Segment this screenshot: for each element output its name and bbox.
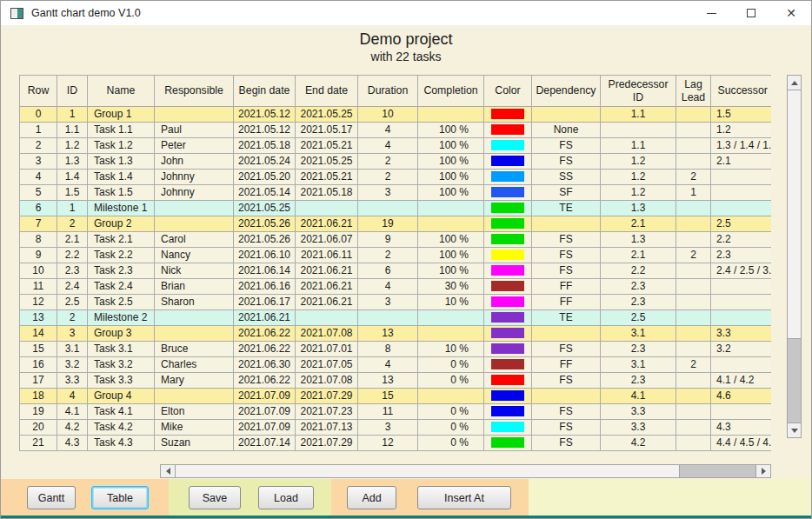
cell-successor[interactable] <box>711 170 772 185</box>
cell-completion[interactable]: 10 % <box>418 342 484 357</box>
cell-predecessor[interactable]: 1.2 <box>601 170 676 185</box>
cell-end[interactable]: 2021.07.29 <box>296 389 358 404</box>
cell-end[interactable]: 2021.06.21 <box>296 216 358 232</box>
cell-row[interactable]: 12 <box>20 295 57 310</box>
cell-color[interactable] <box>484 185 532 201</box>
cell-successor[interactable]: 2.2 <box>711 232 772 248</box>
cell-begin[interactable]: 2021.06.22 <box>234 342 296 357</box>
cell-successor[interactable]: 3.3 <box>711 326 772 342</box>
cell-predecessor[interactable]: 3.3 <box>601 404 676 420</box>
cell-predecessor[interactable]: 2.5 <box>601 310 676 326</box>
cell-color[interactable] <box>484 263 532 279</box>
cell-color[interactable] <box>484 436 532 451</box>
cell-end[interactable]: 2021.05.21 <box>296 170 358 185</box>
cell-lag[interactable]: 1 <box>676 185 711 201</box>
cell-successor[interactable] <box>711 295 772 310</box>
cell-responsible[interactable]: Paul <box>155 123 234 138</box>
cell-begin[interactable]: 2021.06.22 <box>234 373 296 389</box>
cell-lag[interactable] <box>676 138 711 154</box>
cell-color[interactable] <box>484 279 532 295</box>
table-row[interactable]: 143Group 32021.06.222021.07.08133.13.3 <box>20 326 772 342</box>
cell-id[interactable]: 1.2 <box>57 138 88 154</box>
cell-dependency[interactable]: None <box>532 123 601 138</box>
cell-name[interactable]: Task 3.3 <box>88 373 155 389</box>
table-row[interactable]: 173.3Task 3.3Mary2021.06.222021.07.08130… <box>20 373 772 389</box>
cell-row[interactable]: 16 <box>20 357 57 373</box>
cell-duration[interactable]: 3 <box>358 185 418 201</box>
cell-name[interactable]: Task 2.2 <box>88 248 155 263</box>
cell-name[interactable]: Task 4.2 <box>88 420 155 436</box>
cell-completion[interactable] <box>418 107 484 123</box>
cell-name[interactable]: Task 2.1 <box>88 232 155 248</box>
cell-name[interactable]: Task 1.4 <box>88 170 155 185</box>
cell-duration[interactable]: 15 <box>358 389 418 404</box>
cell-end[interactable]: 2021.05.21 <box>296 138 358 154</box>
cell-responsible[interactable]: Mike <box>155 420 234 436</box>
cell-id[interactable]: 2.5 <box>57 295 88 310</box>
cell-duration[interactable]: 12 <box>358 436 418 451</box>
cell-id[interactable]: 3.1 <box>57 342 88 357</box>
cell-id[interactable]: 4.2 <box>57 420 88 436</box>
cell-end[interactable]: 2021.07.05 <box>296 357 358 373</box>
cell-successor[interactable]: 3.2 <box>711 342 772 357</box>
cell-predecessor[interactable] <box>601 123 676 138</box>
cell-id[interactable]: 2.2 <box>57 248 88 263</box>
cell-predecessor[interactable]: 3.3 <box>601 420 676 436</box>
cell-completion[interactable]: 100 % <box>418 185 484 201</box>
cell-row[interactable]: 7 <box>20 216 57 232</box>
cell-end[interactable]: 2021.06.11 <box>296 248 358 263</box>
cell-begin[interactable]: 2021.07.09 <box>234 404 296 420</box>
cell-dependency[interactable]: SS <box>532 170 601 185</box>
cell-duration[interactable]: 4 <box>358 279 418 295</box>
cell-responsible[interactable]: Peter <box>155 138 234 154</box>
table-row[interactable]: 122.5Task 2.5Sharon2021.06.172021.06.213… <box>20 295 772 310</box>
cell-begin[interactable]: 2021.05.14 <box>234 185 296 201</box>
cell-lag[interactable] <box>676 389 711 404</box>
cell-id[interactable]: 2 <box>57 216 88 232</box>
cell-end[interactable]: 2021.07.13 <box>296 420 358 436</box>
cell-end[interactable]: 2021.06.21 <box>296 279 358 295</box>
cell-duration[interactable]: 2 <box>358 170 418 185</box>
cell-color[interactable] <box>484 373 532 389</box>
cell-color[interactable] <box>484 389 532 404</box>
cell-predecessor[interactable]: 2.3 <box>601 279 676 295</box>
cell-id[interactable]: 3 <box>57 326 88 342</box>
cell-lag[interactable] <box>676 216 711 232</box>
cell-completion[interactable]: 100 % <box>418 154 484 170</box>
cell-dependency[interactable] <box>532 389 601 404</box>
cell-begin[interactable]: 2021.05.25 <box>234 201 296 216</box>
cell-dependency[interactable]: FS <box>532 248 601 263</box>
table-row[interactable]: 184Group 42021.07.092021.07.29154.14.6 <box>20 389 772 404</box>
table-row[interactable]: 01Group 12021.05.122021.05.25101.11.5 <box>20 107 772 123</box>
cell-row[interactable]: 19 <box>20 404 57 420</box>
cell-completion[interactable] <box>418 201 484 216</box>
cell-lag[interactable] <box>676 326 711 342</box>
cell-responsible[interactable]: John <box>155 154 234 170</box>
cell-row[interactable]: 13 <box>20 310 57 326</box>
cell-row[interactable]: 5 <box>20 185 57 201</box>
cell-predecessor[interactable]: 2.3 <box>601 295 676 310</box>
cell-end[interactable]: 2021.07.08 <box>296 373 358 389</box>
cell-responsible[interactable]: Johnny <box>155 185 234 201</box>
cell-id[interactable]: 2 <box>57 310 88 326</box>
table-row[interactable]: 153.1Task 3.1Bruce2021.06.222021.07.0181… <box>20 342 772 357</box>
table-row[interactable]: 51.5Task 1.5Johnny2021.05.142021.05.1831… <box>20 185 772 201</box>
load-button[interactable]: Load <box>258 486 314 509</box>
horizontal-scrollbar[interactable] <box>160 464 771 478</box>
cell-predecessor[interactable]: 4.2 <box>601 436 676 451</box>
cell-duration[interactable]: 11 <box>358 404 418 420</box>
cell-successor[interactable]: 1.3 / 1.4 / 1.5 <box>711 138 772 154</box>
cell-color[interactable] <box>484 310 532 326</box>
cell-name[interactable]: Task 4.1 <box>88 404 155 420</box>
cell-successor[interactable]: 4.1 / 4.2 <box>711 373 772 389</box>
cell-completion[interactable]: 30 % <box>418 279 484 295</box>
cell-row[interactable]: 21 <box>20 436 57 451</box>
cell-completion[interactable]: 100 % <box>418 123 484 138</box>
cell-dependency[interactable]: FS <box>532 373 601 389</box>
cell-begin[interactable]: 2021.07.09 <box>234 389 296 404</box>
cell-duration[interactable]: 10 <box>358 107 418 123</box>
table-button[interactable]: Table <box>91 486 149 509</box>
cell-predecessor[interactable]: 2.3 <box>601 373 676 389</box>
cell-color[interactable] <box>484 248 532 263</box>
cell-successor[interactable]: 1.5 <box>711 107 772 123</box>
